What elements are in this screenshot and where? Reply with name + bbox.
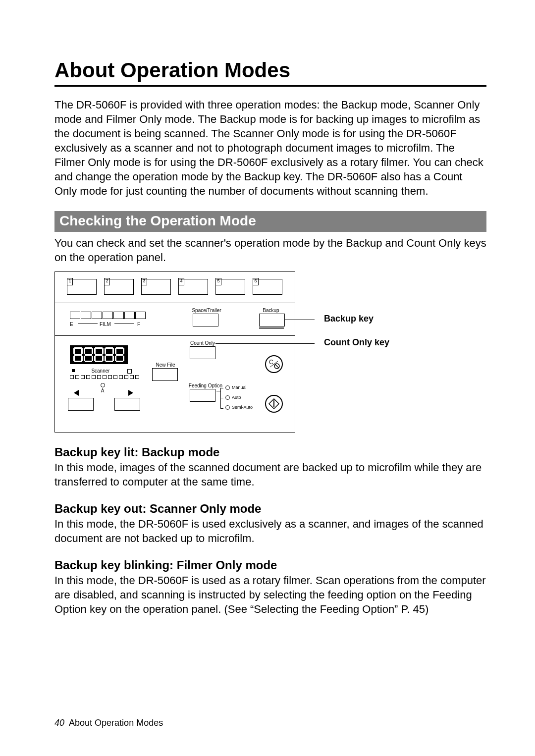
- intro-paragraph: The DR-5060F is provided with three oper…: [54, 98, 486, 198]
- backup-label: Backup: [261, 308, 281, 313]
- a-label: A: [100, 388, 106, 393]
- new-file-key: [152, 368, 178, 381]
- led-circle-icon: [101, 383, 105, 387]
- feeding-option-key: [190, 389, 215, 402]
- mode-3-body: In this mode, the DR-5060F is used as a …: [54, 573, 486, 616]
- num-key-3: [141, 279, 171, 295]
- arrow-right-icon: [128, 390, 133, 396]
- scanner-label: Scanner: [86, 368, 115, 374]
- new-file-label: New File: [153, 362, 178, 368]
- square-filled-icon: [72, 369, 75, 372]
- num-key-1: [67, 279, 97, 295]
- num-key-6: [253, 279, 282, 295]
- mode-2-body: In this mode, the DR-5060F is used exclu…: [54, 517, 486, 545]
- feed-manual-label: Manual: [225, 385, 247, 390]
- film-e-label: E: [70, 322, 73, 327]
- page-title: About Operation Modes: [54, 58, 486, 82]
- backup-key: [259, 314, 285, 326]
- mode-3-heading: Backup key blinking: Filmer Only mode: [54, 558, 486, 572]
- operation-panel-diagram: 1 2 3 4 5 6 E FILM F Space/Trailer: [54, 271, 295, 432]
- section-heading: Checking the Operation Mode: [54, 211, 486, 232]
- left-scroll-key: [68, 398, 94, 411]
- count-only-key: [190, 346, 215, 359]
- space-trailer-label: Space/Trailer: [187, 308, 226, 313]
- arrow-left-icon: [74, 390, 79, 396]
- backup-key-callout: Backup key: [324, 314, 374, 324]
- square-outline-icon: [127, 369, 132, 374]
- num-key-5: [215, 279, 245, 295]
- mode-1-heading: Backup key lit: Backup mode: [54, 445, 486, 459]
- film-indicator-row: [70, 312, 146, 319]
- space-trailer-key: [193, 314, 218, 326]
- footer-section: About Operation Modes: [69, 718, 163, 728]
- start-key: [265, 395, 283, 413]
- svg-line-3: [275, 364, 279, 368]
- film-f-label: F: [137, 322, 140, 327]
- title-rule: [54, 85, 486, 87]
- seven-segment-display-icon: [70, 345, 128, 364]
- num-key-4: [178, 279, 208, 295]
- feeding-option-label: Feeding Option: [186, 383, 225, 388]
- feed-auto-label: Auto: [225, 395, 241, 400]
- count-only-key-callout: Count Only key: [324, 337, 389, 348]
- mode-1-body: In this mode, images of the scanned docu…: [54, 460, 486, 489]
- page-footer: 40 About Operation Modes: [54, 718, 163, 728]
- svg-text:C: C: [269, 359, 273, 366]
- count-only-label: Count Only: [188, 340, 217, 346]
- feed-semi-auto-label: Semi-Auto: [225, 405, 253, 410]
- right-scroll-key: [114, 398, 140, 411]
- page-number: 40: [54, 718, 64, 728]
- scanner-dots-row: [70, 375, 141, 379]
- section-intro: You can check and set the scanner's oper…: [54, 236, 486, 265]
- num-key-2: [104, 279, 134, 295]
- mode-2-heading: Backup key out: Scanner Only mode: [54, 502, 486, 516]
- stop-clear-key: C: [265, 355, 283, 373]
- film-label: FILM: [100, 322, 111, 327]
